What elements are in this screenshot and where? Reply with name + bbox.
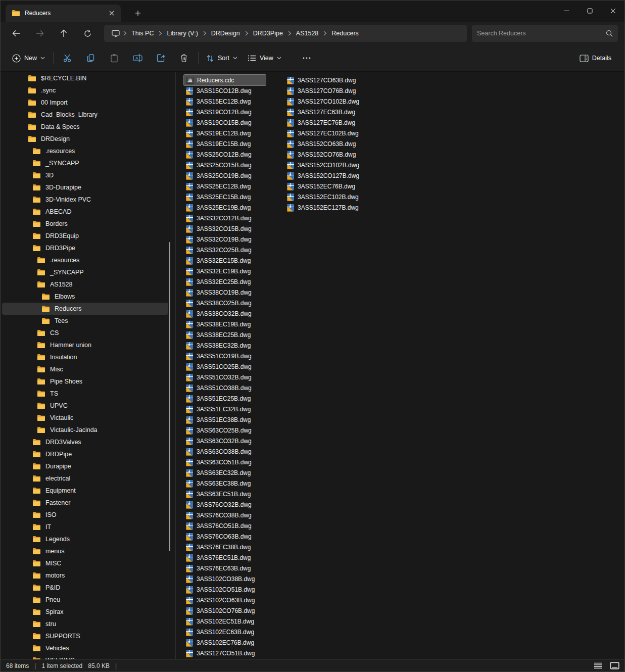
search-box[interactable]: [472, 25, 618, 42]
up-button[interactable]: [54, 24, 73, 42]
sidebar-item-supports[interactable]: SUPPORTS: [2, 630, 168, 642]
file-item-3ass32ec15b-dwg[interactable]: 3ASS32EC15B.dwg: [184, 255, 266, 266]
sidebar-item-drdesign[interactable]: DRDesign: [2, 133, 168, 145]
file-item-3ass32co19b-dwg[interactable]: 3ASS32CO19B.dwg: [184, 234, 266, 245]
file-item-3ass51co32b-dwg[interactable]: 3ASS51CO32B.dwg: [184, 372, 266, 382]
file-item-3ass19ec12b-dwg[interactable]: 3ASS19EC12B.dwg: [184, 128, 266, 138]
share-button[interactable]: [150, 49, 172, 67]
refresh-button[interactable]: [78, 24, 97, 42]
breadcrumb-item-as1528[interactable]: AS1528: [292, 26, 323, 40]
file-item-3ass38ec25b-dwg[interactable]: 3ASS38EC25B.dwg: [184, 329, 266, 340]
breadcrumb-item-this-pc[interactable]: This PC: [127, 26, 158, 40]
sidebar-item-legends[interactable]: Legends: [2, 533, 168, 545]
sidebar-item-data-specs[interactable]: Data & Specs: [2, 121, 168, 133]
details-pane-button[interactable]: Details: [574, 49, 616, 67]
breadcrumb-item-library-v[interactable]: Library (V:): [162, 26, 202, 40]
file-item-3ass76co32b-dwg[interactable]: 3ASS76CO32B.dwg: [184, 499, 266, 510]
file-item-3ass152ec76b-dwg[interactable]: 3ASS152EC76B.dwg: [285, 181, 386, 191]
file-item-3ass127co63b-dwg[interactable]: 3ASS127CO63B.dwg: [285, 75, 386, 85]
file-item-reducers-cdc[interactable]: Reducers.cdc: [184, 75, 266, 85]
sidebar-item-3d-durapipe[interactable]: 3D-Durapipe: [2, 181, 168, 194]
file-item-3ass127ec63b-dwg[interactable]: 3ASS127EC63B.dwg: [285, 107, 386, 117]
sidebar-item-equipment[interactable]: Equipment: [2, 485, 168, 497]
file-item-3ass25co19b-dwg[interactable]: 3ASS25CO19B.dwg: [184, 170, 266, 181]
sidebar-item-3d[interactable]: 3D: [2, 169, 168, 181]
sidebar-item-upvc[interactable]: UPVC: [2, 400, 168, 412]
sidebar-item-menus[interactable]: menus: [2, 545, 168, 557]
sidebar-item-elbows[interactable]: Elbows: [2, 291, 168, 303]
search-input[interactable]: [477, 30, 606, 37]
delete-button[interactable]: [173, 49, 195, 67]
file-item-3ass25ec15b-dwg[interactable]: 3ASS25EC15B.dwg: [184, 191, 266, 202]
file-item-3ass102co76b-dwg[interactable]: 3ASS102CO76B.dwg: [184, 605, 266, 616]
sidebar-item-electrical[interactable]: electrical: [2, 472, 168, 485]
file-item-3ass152ec127b-dwg[interactable]: 3ASS152EC127B.dwg: [285, 202, 386, 213]
file-item-3ass127ec76b-dwg[interactable]: 3ASS127EC76B.dwg: [285, 117, 386, 128]
sidebar-item-pipe-shoes[interactable]: Pipe Shoes: [2, 375, 168, 388]
file-item-3ass51ec38b-dwg[interactable]: 3ASS51EC38B.dwg: [184, 414, 266, 425]
file-item-3ass102co51b-dwg[interactable]: 3ASS102CO51B.dwg: [184, 584, 266, 595]
file-item-3ass32ec19b-dwg[interactable]: 3ASS32EC19B.dwg: [184, 266, 266, 276]
large-icons-view-toggle[interactable]: [608, 661, 621, 670]
sidebar-item-pneu[interactable]: Pneu: [2, 594, 168, 606]
sidebar-item-insulation[interactable]: Insulation: [2, 351, 168, 363]
sidebar-item-it[interactable]: IT: [2, 521, 168, 533]
sidebar-item-tees[interactable]: Tees: [2, 315, 168, 327]
minimize-button[interactable]: [555, 1, 578, 21]
file-item-3ass38co32b-dwg[interactable]: 3ASS38CO32B.dwg: [184, 308, 266, 319]
file-item-3ass38co19b-dwg[interactable]: 3ASS38CO19B.dwg: [184, 287, 266, 298]
sidebar-item-victaulic-jacinda[interactable]: Victaulic-Jacinda: [2, 424, 168, 436]
file-item-3ass102co38b-dwg[interactable]: 3ASS102CO38B.dwg: [184, 573, 266, 584]
file-item-3ass152co63b-dwg[interactable]: 3ASS152CO63B.dwg: [285, 138, 386, 149]
file-item-3ass127co51b-dwg[interactable]: 3ASS127CO51B.dwg: [184, 648, 266, 658]
breadcrumb-item-reducers[interactable]: Reducers: [327, 26, 363, 40]
file-item-3ass76ec38b-dwg[interactable]: 3ASS76EC38B.dwg: [184, 542, 266, 552]
file-item-3ass127co102b-dwg[interactable]: 3ASS127CO102B.dwg: [285, 96, 386, 107]
new-tab-button[interactable]: [131, 6, 145, 20]
file-item-3ass38co25b-dwg[interactable]: 3ASS38CO25B.dwg: [184, 298, 266, 308]
file-item-3ass19co15b-dwg[interactable]: 3ASS19CO15B.dwg: [184, 117, 266, 128]
file-item-3ass25co12b-dwg[interactable]: 3ASS25CO12B.dwg: [184, 149, 266, 160]
explorer-tab[interactable]: Reducers: [6, 5, 121, 22]
file-item-3ass19co12b-dwg[interactable]: 3ASS19CO12B.dwg: [184, 107, 266, 117]
file-item-3ass32co12b-dwg[interactable]: 3ASS32CO12B.dwg: [184, 213, 266, 223]
file-item-3ass25co15b-dwg[interactable]: 3ASS25CO15B.dwg: [184, 160, 266, 170]
more-options-button[interactable]: [296, 49, 318, 67]
file-item-3ass51co38b-dwg[interactable]: 3ASS51CO38B.dwg: [184, 382, 266, 393]
sidebar-scrollbar[interactable]: [169, 242, 170, 551]
file-item-3ass51ec25b-dwg[interactable]: 3ASS51EC25B.dwg: [184, 393, 266, 404]
sidebar-item-syncapp[interactable]: _SYNCAPP: [2, 157, 168, 169]
file-item-3ass32co15b-dwg[interactable]: 3ASS32CO15B.dwg: [184, 223, 266, 234]
address-bar[interactable]: This PC Library (V:) DRDesign DRD3Pipe A…: [104, 25, 467, 42]
breadcrumb-item-drdesign[interactable]: DRDesign: [207, 26, 245, 40]
new-button[interactable]: New: [7, 49, 51, 67]
file-item-3ass51ec32b-dwg[interactable]: 3ASS51EC32B.dwg: [184, 404, 266, 414]
file-item-3ass63co51b-dwg[interactable]: 3ASS63CO51B.dwg: [184, 457, 266, 467]
sidebar-item-resources[interactable]: .resources: [2, 145, 168, 157]
file-item-3ass32ec25b-dwg[interactable]: 3ASS32EC25B.dwg: [184, 276, 266, 287]
copy-button[interactable]: [80, 49, 102, 67]
sidebar-item-reducers[interactable]: Reducers: [2, 303, 168, 315]
file-item-3ass76ec51b-dwg[interactable]: 3ASS76EC51B.dwg: [184, 552, 266, 563]
sidebar-item-misc[interactable]: MISC: [2, 557, 168, 569]
file-item-3ass15ec12b-dwg[interactable]: 3ASS15EC12B.dwg: [184, 96, 266, 107]
file-item-3ass25ec19b-dwg[interactable]: 3ASS25EC19B.dwg: [184, 202, 266, 213]
file-item-3ass38ec32b-dwg[interactable]: 3ASS38EC32B.dwg: [184, 340, 266, 351]
view-button[interactable]: View: [243, 49, 286, 67]
sidebar-item-misc[interactable]: Misc: [2, 363, 168, 375]
file-item-3ass51co19b-dwg[interactable]: 3ASS51CO19B.dwg: [184, 351, 266, 361]
file-item-3ass19ec15b-dwg[interactable]: 3ASS19EC15B.dwg: [184, 138, 266, 149]
file-item-3ass127co76b-dwg[interactable]: 3ASS127CO76B.dwg: [285, 85, 386, 96]
sidebar-item-vehicles[interactable]: Vehicles: [2, 642, 168, 654]
sidebar-item-fastener[interactable]: Fastener: [2, 497, 168, 509]
sidebar-item-syncapp[interactable]: _SYNCAPP: [2, 266, 168, 278]
file-item-3ass63co32b-dwg[interactable]: 3ASS63CO32B.dwg: [184, 436, 266, 446]
back-button[interactable]: [7, 24, 26, 42]
file-item-3ass76co63b-dwg[interactable]: 3ASS76CO63B.dwg: [184, 531, 266, 542]
file-item-3ass76co51b-dwg[interactable]: 3ASS76CO51B.dwg: [184, 520, 266, 531]
file-item-3ass63ec51b-dwg[interactable]: 3ASS63EC51B.dwg: [184, 489, 266, 499]
paste-button[interactable]: [103, 49, 125, 67]
file-item-3ass32co25b-dwg[interactable]: 3ASS32CO25B.dwg: [184, 245, 266, 255]
file-item-3ass152ec102b-dwg[interactable]: 3ASS152EC102B.dwg: [285, 191, 386, 202]
file-item-3ass63co38b-dwg[interactable]: 3ASS63CO38B.dwg: [184, 446, 266, 457]
